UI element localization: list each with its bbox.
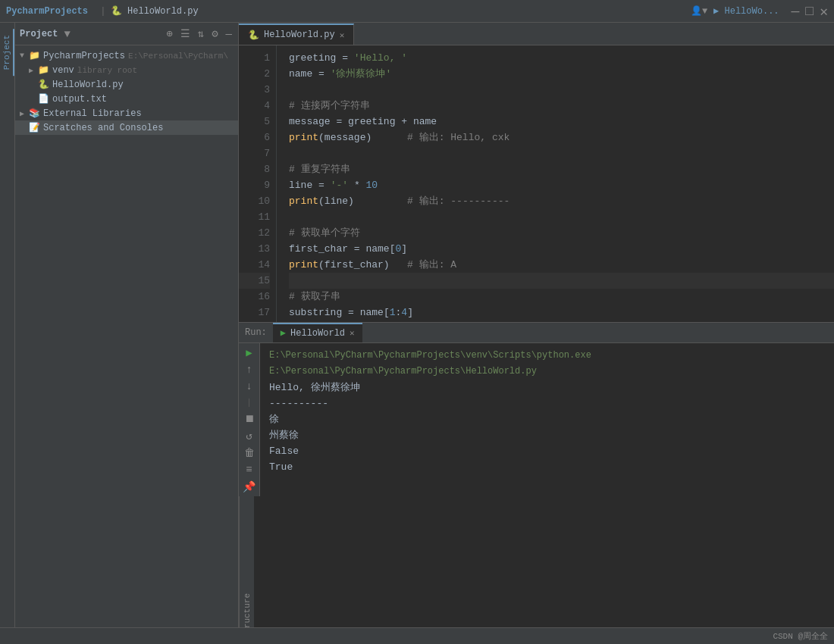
tab-close-btn[interactable]: ✕ <box>340 30 345 40</box>
tree-label-venv: venv <box>52 65 74 76</box>
code-line-12: # 获取单个字符 <box>289 225 834 241</box>
run-title-btn[interactable]: ▶ HelloWo... <box>713 5 779 17</box>
tree-label-scratches: Scratches and Consoles <box>43 123 163 133</box>
lib-icon: 📚 <box>29 108 40 119</box>
tree-label-output: output.txt <box>52 94 107 105</box>
settings-icon[interactable]: ⚙ <box>210 26 219 42</box>
tree-arrow-empty1 <box>29 80 38 89</box>
code-editor[interactable]: 1 2 3 4 5 6 7 8 9 10 11 12 13 14 15 16 1 <box>239 45 834 322</box>
txt-file-icon: 📄 <box>38 93 49 105</box>
py-file-icon: 🐍 <box>38 79 49 90</box>
editor-area: 🐍 HelloWorld.py ✕ 1 2 3 4 5 6 7 8 9 1 <box>239 23 834 644</box>
tree-arrow-venv: ▶ <box>29 66 38 75</box>
run-play-btn[interactable]: ▶ <box>241 346 258 359</box>
code-line-13: first_char = name[0] <box>289 241 834 257</box>
run-clear-btn[interactable]: 🗑 <box>241 447 258 459</box>
run-tab-helloworld[interactable]: ▶ HelloWorld ✕ <box>273 323 362 342</box>
titlebar-separator: | <box>100 5 106 17</box>
titlebar-filename: 🐍 HelloWorld.py <box>111 5 199 17</box>
tree-suffix-root: E:\Personal\PyCharm\ <box>128 52 228 61</box>
scratch-icon: 📝 <box>29 122 40 133</box>
dropdown-icon[interactable]: ▼ <box>62 27 71 42</box>
output-line-1: Hello, 徐州蔡徐坤 <box>269 380 825 395</box>
run-rerun-btn[interactable]: ↺ <box>241 430 258 442</box>
close-btn[interactable]: ✕ <box>820 3 828 20</box>
code-line-5: message = greeting + name <box>289 114 834 130</box>
code-line-14: print(first_char) # 输出: A <box>289 257 834 273</box>
titlebar-controls: 👤▼ ▶ HelloWo... — □ ✕ <box>691 3 828 20</box>
separator1 <box>249 399 249 407</box>
main-layout: Project Project ▼ ⊕ ☰ ⇅ ⚙ — ▼ 📁 PycharmP… <box>0 23 834 644</box>
code-line-7 <box>289 145 834 161</box>
tree-item-venv[interactable]: ▶ 📁 venv library root <box>15 63 238 77</box>
left-vertical-tabs: Project <box>0 23 15 644</box>
code-line-2: name = '徐州蔡徐坤' <box>289 66 834 82</box>
tree-item-scratches[interactable]: 📝 Scratches and Consoles <box>15 120 238 135</box>
titlebar: PycharmProjects | 🐍 HelloWorld.py 👤▼ ▶ H… <box>0 0 834 23</box>
code-line-3 <box>289 82 834 98</box>
tree-suffix-venv: library root <box>77 66 137 75</box>
code-line-16: # 获取子串 <box>289 289 834 305</box>
run-tabs: Run: ▶ HelloWorld ✕ <box>239 323 834 343</box>
project-tab[interactable]: Project <box>1 29 14 76</box>
maximize-btn[interactable]: □ <box>805 4 814 19</box>
code-line-4: # 连接两个字符串 <box>289 98 834 114</box>
tree-item-root[interactable]: ▼ 📁 PycharmProjects E:\Personal\PyCharm\ <box>15 48 238 63</box>
tree-item-output[interactable]: 📄 output.txt <box>15 92 238 106</box>
tree-arrow-root: ▼ <box>20 52 29 60</box>
editor-tab-helloworld[interactable]: 🐍 HelloWorld.py ✕ <box>239 23 354 45</box>
folder-icon-root: 📁 <box>29 50 40 61</box>
line-numbers: 1 2 3 4 5 6 7 8 9 10 11 12 13 14 15 16 1 <box>239 45 277 322</box>
tree-arrow-empty2 <box>29 95 38 103</box>
run-tab-close[interactable]: ✕ <box>350 328 355 338</box>
output-line-5: False <box>269 443 825 459</box>
statusbar-right: CSDN @周全全 <box>773 630 828 642</box>
add-icon[interactable]: ⊕ <box>165 26 174 42</box>
right-structure-tab[interactable]: Structure <box>239 496 254 644</box>
app-logo: PycharmProjects <box>6 6 88 17</box>
run-tab-label: HelloWorld <box>290 328 345 339</box>
statusbar: CSDN @周全全 <box>0 627 834 644</box>
tree-item-helloworld[interactable]: 🐍 HelloWorld.py <box>15 77 238 92</box>
run-scroll-down-btn[interactable]: ↓ <box>241 380 258 392</box>
code-content[interactable]: greeting = 'Hello, ' name = '徐州蔡徐坤' # 连接… <box>277 45 834 322</box>
tree-label-root: PycharmProjects <box>43 51 125 61</box>
folder-icon-venv: 📁 <box>38 64 49 76</box>
project-tree: ▼ 📁 PycharmProjects E:\Personal\PyCharm\… <box>15 45 238 644</box>
code-line-8: # 重复字符串 <box>289 161 834 177</box>
run-pin-btn[interactable]: 📌 <box>241 480 258 493</box>
code-line-17: substring = name[1:4] <box>289 305 834 320</box>
bottom-panel: Run: ▶ HelloWorld ✕ ▶ ↑ ↓ ⏹ ↺ <box>239 322 834 496</box>
run-toolbar: ▶ ↑ ↓ ⏹ ↺ 🗑 ≡ 📌 E:\Personal\PyCharm\Pych… <box>239 343 834 496</box>
project-panel-label: Project <box>20 29 58 39</box>
tree-label-helloworld: HelloWorld.py <box>52 80 124 90</box>
output-cmd-line: E:\Personal\PyCharm\PycharmProjects\venv… <box>269 348 825 380</box>
run-output: E:\Personal\PyCharm\PycharmProjects\venv… <box>260 343 834 496</box>
user-icon[interactable]: 👤▼ <box>691 5 707 17</box>
output-line-3: 徐 <box>269 411 825 427</box>
code-line-11 <box>289 209 834 225</box>
list-icon[interactable]: ☰ <box>179 26 192 42</box>
project-panel: Project ▼ ⊕ ☰ ⇅ ⚙ — ▼ 📁 PycharmProjects … <box>15 23 239 644</box>
tree-arrow-scratches <box>20 123 29 132</box>
run-label: Run: <box>245 327 267 338</box>
output-line-2: ---------- <box>269 395 825 411</box>
minimize-btn[interactable]: — <box>792 4 800 19</box>
tree-item-extlibs[interactable]: ▶ 📚 External Libraries <box>15 106 238 120</box>
tab-label: HelloWorld.py <box>264 30 335 40</box>
project-toolbar: Project ▼ ⊕ ☰ ⇅ ⚙ — <box>15 23 238 45</box>
sort-icon[interactable]: ⇅ <box>196 26 205 42</box>
tree-arrow-extlibs: ▶ <box>20 109 29 118</box>
run-stop-btn[interactable]: ⏹ <box>241 413 258 425</box>
code-line-1: greeting = 'Hello, ' <box>289 50 834 66</box>
editor-tabs: 🐍 HelloWorld.py ✕ <box>239 23 834 45</box>
output-line-6: True <box>269 459 825 475</box>
code-line-15 <box>289 273 834 289</box>
tree-label-extlibs: External Libraries <box>43 108 142 119</box>
collapse-icon[interactable]: — <box>224 27 234 42</box>
run-tab-icon: ▶ <box>281 327 286 339</box>
output-line-4: 州蔡徐 <box>269 427 825 443</box>
run-scroll-up-btn[interactable]: ↑ <box>241 364 258 376</box>
run-filter-btn[interactable]: ≡ <box>241 464 258 476</box>
code-line-9: line = '-' * 10 <box>289 177 834 193</box>
